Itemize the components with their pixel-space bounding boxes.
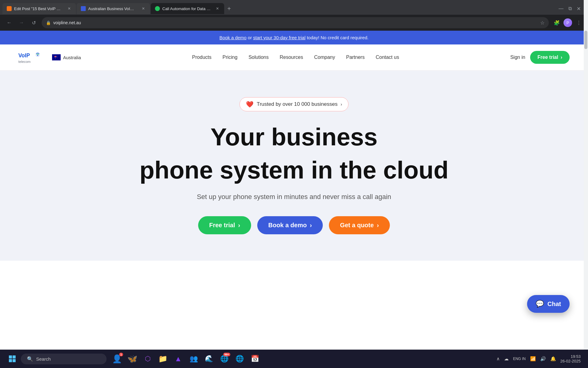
chat-label: Chat (548, 301, 561, 308)
tab-2-title: Australian Business VoIP Servic... (88, 6, 137, 11)
nav-solutions[interactable]: Solutions (248, 55, 269, 60)
minimize-button[interactable]: — (559, 6, 564, 11)
taskbar-app-calendar[interactable]: 📅 (248, 352, 262, 366)
signin-button[interactable]: Sign in (510, 55, 525, 60)
get-quote-btn-arrow: › (377, 222, 379, 229)
nav-links: Products Pricing Solutions Resources Com… (93, 55, 498, 60)
forward-button[interactable]: → (17, 18, 26, 27)
hero-title-line1: Your business (210, 124, 377, 151)
nav-resources[interactable]: Resources (280, 55, 303, 60)
heart-icon: ❤️ (246, 101, 254, 108)
nav-partners[interactable]: Partners (346, 55, 364, 60)
taskbar-app-teams[interactable]: ⬡ (141, 352, 154, 366)
taskbar-app-teams2[interactable]: 👥 (187, 352, 200, 366)
refresh-button[interactable]: ↺ (29, 18, 38, 27)
svg-text:VoIP: VoIP (18, 52, 30, 59)
bookmark-icon[interactable]: ☆ (540, 20, 545, 26)
scrollbar[interactable] (584, 0, 588, 368)
security-icon: 🔒 (46, 21, 51, 25)
nav-products[interactable]: Products (192, 55, 211, 60)
tab-1-title: Edit Post "15 Best VoIP Provide... (14, 6, 62, 11)
book-demo-btn-arrow: › (310, 222, 312, 229)
svg-rect-8 (9, 359, 12, 362)
tab-3-favicon (155, 6, 160, 11)
free-trial-btn-arrow: › (238, 222, 240, 229)
tray-notification-icon[interactable]: 🔔 (550, 356, 556, 362)
close-button[interactable]: ✕ (577, 6, 581, 12)
taskbar: 🔍 Search 👤 1 🦋 ⬡ 📁 ▲ 👥 🌊 (0, 350, 588, 368)
taskbar-search-placeholder: Search (36, 356, 51, 362)
nav-actions: Sign in Free trial › (510, 51, 570, 64)
hero-free-trial-button[interactable]: Free trial › (198, 216, 251, 234)
nav-contact[interactable]: Contact us (376, 55, 399, 60)
hero-book-demo-button[interactable]: Book a demo › (257, 216, 323, 234)
hero-section: ❤️ Trusted by over 10 000 businesses › Y… (0, 71, 588, 261)
restore-button[interactable]: ⧉ (568, 6, 572, 11)
toolbar-icons: 🧩 P ⋮ (552, 18, 583, 27)
taskbar-app-user[interactable]: 👤 1 (110, 352, 124, 366)
nav-free-trial-button[interactable]: Free trial › (530, 51, 570, 64)
tab-1[interactable]: Edit Post "15 Best VoIP Provide... ✕ (2, 3, 76, 14)
tray-network-icon[interactable]: ☁ (504, 356, 509, 362)
free-trial-link[interactable]: start your 30-day free trial (253, 35, 306, 40)
free-trial-arrow-icon: › (561, 55, 562, 60)
country-name: Australia (63, 55, 81, 60)
taskbar-tray: ∧ ☁ ENG IN 📶 🔊 🔔 19:53 26-02-2025 (496, 354, 583, 363)
tab-2[interactable]: Australian Business VoIP Servic... ✕ (77, 3, 150, 14)
australia-flag-icon: 🇦🇺 (52, 54, 61, 60)
logo-svg: VoIP telecom (18, 49, 40, 65)
taskbar-search[interactable]: 🔍 Search (21, 354, 107, 364)
banner-middle-text: or (248, 35, 253, 40)
tab-2-favicon (81, 6, 86, 11)
tray-up-arrow[interactable]: ∧ (496, 356, 500, 362)
extensions-icon[interactable]: 🧩 (552, 18, 561, 27)
taskbar-app-edge[interactable]: 🌊 (202, 352, 216, 366)
country-selector[interactable]: 🇦🇺 Australia (52, 54, 81, 60)
badge-arrow-icon: › (341, 102, 342, 107)
logo[interactable]: VoIP telecom (18, 49, 40, 65)
taskbar-app-chrome2[interactable]: 🌐 (233, 352, 246, 366)
hero-buttons: Free trial › Book a demo › Get a quote › (198, 216, 390, 234)
tab-3[interactable]: Call Automation for Data Drive... ✕ (151, 3, 224, 14)
taskbar-app-viva[interactable]: ▲ (172, 352, 185, 366)
taskbar-app-chrome[interactable]: 🌐 99+ (217, 352, 231, 366)
address-bar[interactable]: 🔒 voipline.net.au ☆ (42, 17, 549, 28)
tab-3-close[interactable]: ✕ (215, 6, 220, 11)
taskbar-app-butterfly[interactable]: 🦋 (126, 352, 139, 366)
new-tab-button[interactable]: + (225, 4, 233, 13)
taskbar-app-explorer[interactable]: 📁 (156, 352, 170, 366)
book-demo-link[interactable]: Book a demo (220, 35, 247, 40)
svg-rect-9 (13, 359, 16, 362)
tab-1-close[interactable]: ✕ (67, 6, 72, 11)
chat-widget[interactable]: 💬 Chat (527, 295, 570, 313)
back-button[interactable]: ← (5, 18, 13, 27)
hero-title-line2: phone system in the cloud (139, 157, 448, 184)
nav-pricing[interactable]: Pricing (223, 55, 238, 60)
website-content: Book a demo or start your 30-day free tr… (0, 31, 588, 261)
tray-wifi-icon[interactable]: 📶 (530, 356, 536, 362)
trusted-badge[interactable]: ❤️ Trusted by over 10 000 businesses › (239, 97, 349, 111)
hero-subtitle: Set up your phone system in minutes and … (197, 193, 391, 201)
nav-company[interactable]: Company (314, 55, 335, 60)
windows-logo-icon (9, 355, 16, 362)
navbar: VoIP telecom 🇦🇺 Australia Products Prici… (0, 44, 588, 71)
more-menu-icon[interactable]: ⋮ (575, 18, 583, 27)
svg-text:🇦🇺: 🇦🇺 (54, 55, 59, 59)
profile-avatar[interactable]: P (564, 18, 572, 27)
chat-bubble-icon: 💬 (536, 300, 544, 308)
svg-rect-7 (13, 355, 16, 358)
scrollbar-thumb[interactable] (584, 31, 587, 49)
profile-icon[interactable]: P (564, 18, 572, 27)
tab-1-favicon (7, 6, 12, 11)
start-button[interactable] (5, 351, 20, 366)
tray-date-display: 26-02-2025 (560, 359, 581, 363)
hero-get-quote-button[interactable]: Get a quote › (329, 216, 390, 234)
browser-chrome: Edit Post "15 Best VoIP Provide... ✕ Aus… (0, 0, 588, 31)
tab-2-close[interactable]: ✕ (141, 6, 146, 11)
trusted-badge-text: Trusted by over 10 000 businesses (257, 101, 337, 107)
app-badge: 1 (119, 353, 123, 356)
banner-text: Book a demo or start your 30-day free tr… (220, 35, 369, 40)
tray-time[interactable]: 19:53 26-02-2025 (560, 354, 581, 363)
banner-after-text: today! No credit card required. (307, 35, 369, 40)
tray-volume-icon[interactable]: 🔊 (540, 356, 546, 362)
